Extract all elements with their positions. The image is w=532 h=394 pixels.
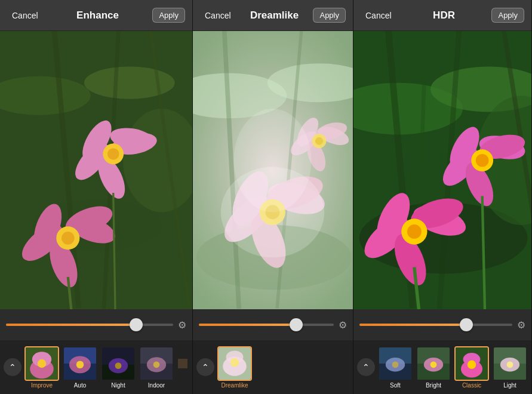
filter-label-auto: Auto [74, 382, 87, 389]
hdr-scroll-up-button[interactable]: ⌃ [357, 358, 375, 376]
hdr-filter-strip: ⌃ Soft [353, 340, 531, 394]
filter-thumb-dreamlike [217, 346, 252, 381]
filter-item-indoor[interactable]: Indoor [139, 346, 174, 389]
hdr-image [353, 31, 531, 309]
filter-thumb-improve [24, 346, 59, 381]
svg-point-2 [84, 67, 175, 99]
enhance-image [0, 31, 192, 309]
filter-label-soft: Soft [390, 382, 401, 389]
enhance-image-area [0, 31, 192, 309]
filter-label-dreamlike: Dreamlike [221, 382, 248, 389]
enhance-scroll-up-button[interactable]: ⌃ [4, 358, 21, 376]
svg-rect-68 [219, 347, 251, 380]
svg-point-35 [115, 362, 122, 369]
filter-label-indoor: Indoor [148, 382, 165, 389]
enhance-slider-fill [6, 324, 136, 326]
enhance-filter-strip: ⌃ Improve Auto Night [0, 340, 192, 394]
enhance-apply-button[interactable]: Apply [152, 8, 185, 23]
filter-label-bright: Bright [426, 382, 441, 389]
svg-point-84 [407, 224, 422, 239]
filter-item-soft[interactable]: Soft [377, 346, 413, 389]
dreamlike-slider-track[interactable] [199, 324, 334, 326]
svg-point-31 [76, 361, 84, 368]
hdr-slider-area: ⚙ [353, 309, 531, 340]
filter-label-improve: Improve [31, 382, 53, 389]
enhance-slider-icon[interactable]: ⚙ [178, 319, 186, 331]
hdr-filter-list: Soft Bright [377, 346, 528, 389]
filter-thumb-classic [454, 346, 489, 381]
svg-point-105 [468, 360, 476, 368]
svg-point-39 [153, 361, 160, 368]
filter-item-partial[interactable] [177, 346, 189, 389]
hdr-slider-icon[interactable]: ⚙ [517, 319, 525, 331]
hdr-slider-track[interactable] [359, 324, 512, 326]
dreamlike-filter-list: Dreamlike [217, 346, 349, 389]
filter-label-night: Night [111, 382, 125, 389]
svg-point-14 [61, 232, 75, 245]
filter-item-auto[interactable]: Auto [62, 346, 98, 389]
filter-thumb-indoor [139, 346, 174, 381]
dreamlike-image-area [193, 31, 353, 309]
filter-label-light: Light [503, 382, 516, 389]
hdr-cancel-button[interactable]: Cancel [361, 8, 396, 23]
dreamlike-apply-button[interactable]: Apply [313, 8, 346, 23]
dreamlike-panel: Cancel Dreamlike Apply [193, 0, 353, 394]
hdr-slider-fill [359, 324, 466, 326]
filter-item-bright[interactable]: Bright [416, 346, 451, 389]
dreamlike-image [193, 31, 353, 309]
enhance-filter-list: Improve Auto Night Indoor [24, 346, 189, 389]
dreamlike-filter-strip: ⌃ Dreamlike [193, 340, 353, 394]
dreamlike-scroll-up-button[interactable]: ⌃ [196, 358, 214, 376]
filter-thumb-auto [63, 346, 97, 381]
enhance-panel: Cancel Enhance Apply [0, 0, 193, 394]
filter-item-dreamlike[interactable]: Dreamlike [217, 346, 253, 389]
dreamlike-cancel-button[interactable]: Cancel [200, 8, 236, 23]
enhance-header: Cancel Enhance Apply [0, 0, 192, 31]
enhance-slider-thumb[interactable] [130, 318, 143, 331]
filter-thumb-bright [416, 346, 451, 381]
hdr-panel: Cancel HDR Apply [353, 0, 532, 394]
svg-point-91 [476, 154, 489, 167]
dreamlike-slider-area: ⚙ [193, 309, 353, 340]
enhance-slider-area: ⚙ [0, 309, 192, 340]
filter-thumb-partial [177, 346, 189, 381]
enhance-slider-track[interactable] [6, 324, 173, 326]
hdr-slider-thumb[interactable] [460, 318, 473, 331]
filter-thumb-light [493, 346, 527, 381]
svg-rect-40 [178, 359, 187, 368]
filter-thumb-soft [378, 346, 413, 381]
filter-item-light[interactable]: Light [492, 346, 528, 389]
dreamlike-title: Dreamlike [250, 10, 299, 21]
enhance-cancel-button[interactable]: Cancel [7, 8, 43, 23]
svg-point-27 [38, 359, 46, 367]
dreamlike-header: Cancel Dreamlike Apply [193, 0, 353, 31]
svg-point-63 [233, 109, 311, 212]
filter-thumb-night [101, 346, 136, 381]
svg-point-62 [315, 137, 323, 145]
dreamlike-slider-icon[interactable]: ⚙ [339, 319, 347, 331]
enhance-title: Enhance [76, 10, 119, 21]
svg-point-101 [430, 361, 437, 368]
svg-point-97 [392, 361, 399, 368]
hdr-title: HDR [433, 10, 455, 21]
dreamlike-slider-fill [199, 324, 296, 326]
hdr-image-area [353, 31, 531, 309]
filter-item-classic[interactable]: Classic [454, 346, 490, 389]
filter-item-night[interactable]: Night [100, 346, 136, 389]
filter-label-classic: Classic [462, 382, 481, 389]
svg-point-109 [507, 361, 513, 368]
filter-item-improve[interactable]: Improve [24, 346, 60, 389]
hdr-apply-button[interactable]: Apply [491, 8, 524, 23]
hdr-header: Cancel HDR Apply [353, 0, 531, 31]
dreamlike-slider-thumb[interactable] [290, 318, 303, 331]
svg-point-21 [107, 148, 119, 160]
